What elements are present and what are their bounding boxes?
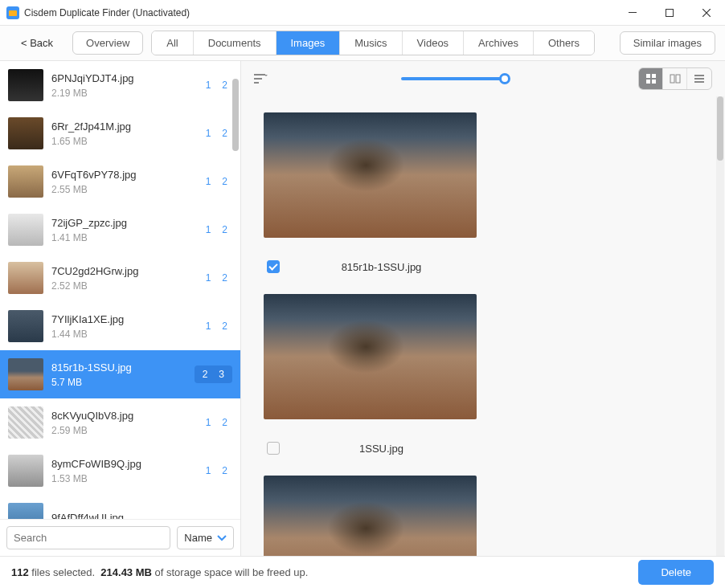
count-b: 2 xyxy=(217,463,232,478)
sort-icon[interactable] xyxy=(254,73,268,84)
count-a: 1 xyxy=(201,463,216,478)
file-name: 815r1b-1SSU.jpg xyxy=(51,361,186,374)
file-name: 8ymCFoWIB9Q.jpg xyxy=(51,458,193,470)
tab-videos[interactable]: Videos xyxy=(403,31,465,55)
preview-checkbox[interactable] xyxy=(267,260,280,273)
view-mode-group xyxy=(638,67,712,90)
file-thumbnail xyxy=(8,214,43,246)
preview-card-footer: 815r1b-1SSU.jpg xyxy=(264,260,477,273)
file-size: 1.44 MB xyxy=(51,329,193,340)
count-b: 2 xyxy=(217,271,232,285)
file-item[interactable]: 6PNJqiYDJT4.jpg2.19 MB12 xyxy=(0,61,240,109)
file-counts: 12 xyxy=(201,415,232,430)
file-size: 5.7 MB xyxy=(51,377,186,388)
file-size: 1.41 MB xyxy=(51,232,193,243)
zoom-slider[interactable] xyxy=(401,77,506,80)
view-columns-button[interactable] xyxy=(663,68,687,89)
file-size: 2.19 MB xyxy=(51,88,193,99)
file-item[interactable]: 6VFqT6vPY78.jpg2.55 MB12 xyxy=(0,157,240,206)
window-controls xyxy=(614,0,725,26)
preview-filename: 815r1b-1SSU.jpg xyxy=(289,261,473,273)
content-scrollbar[interactable] xyxy=(716,96,724,556)
file-counts: 12 xyxy=(201,174,232,189)
tab-documents[interactable]: Documents xyxy=(194,31,276,55)
file-info: 815r1b-1SSU.jpg5.7 MB xyxy=(51,361,186,388)
file-size: 1.53 MB xyxy=(51,473,193,484)
count-b: 2 xyxy=(217,415,232,430)
overview-button[interactable]: Overview xyxy=(72,31,143,55)
file-thumbnail xyxy=(8,262,43,294)
sidebar-scrollbar[interactable] xyxy=(231,61,240,519)
close-button[interactable] xyxy=(688,0,725,26)
preview-card[interactable]: abc123.jpg xyxy=(264,476,477,556)
file-thumbnail xyxy=(8,117,43,149)
preview-checkbox[interactable] xyxy=(267,442,280,455)
tab-others[interactable]: Others xyxy=(534,31,594,55)
tab-musics[interactable]: Musics xyxy=(340,31,402,55)
svg-rect-5 xyxy=(652,74,656,78)
file-info: 6Rr_2fJp41M.jpg1.65 MB xyxy=(51,120,193,147)
similar-images-button[interactable]: Similar images xyxy=(620,31,715,55)
preview-image xyxy=(264,476,477,556)
file-thumbnail xyxy=(8,455,43,487)
back-button[interactable]: < Back xyxy=(10,32,64,54)
file-size: 1.65 MB xyxy=(51,136,193,147)
file-name: 6PNJqiYDJT4.jpg xyxy=(51,72,193,84)
maximize-button[interactable] xyxy=(651,0,688,26)
file-thumbnail xyxy=(8,165,43,198)
count-a: 1 xyxy=(201,174,216,189)
window-title: Cisdem Duplicate Finder (Unactivated) xyxy=(24,7,614,18)
titlebar: Cisdem Duplicate Finder (Unactivated) xyxy=(0,0,725,26)
tab-images[interactable]: Images xyxy=(276,31,341,55)
svg-rect-1 xyxy=(9,10,17,16)
delete-button[interactable]: Delete xyxy=(638,560,714,585)
file-counts: 12 xyxy=(201,319,232,333)
file-list[interactable]: 6PNJqiYDJT4.jpg2.19 MB126Rr_2fJp41M.jpg1… xyxy=(0,61,240,519)
file-info: 6PNJqiYDJT4.jpg2.19 MB xyxy=(51,72,193,99)
file-counts: 12 xyxy=(201,78,232,92)
sidebar: 6PNJqiYDJT4.jpg2.19 MB126Rr_2fJp41M.jpg1… xyxy=(0,61,241,556)
svg-rect-3 xyxy=(666,9,674,16)
svg-rect-9 xyxy=(676,75,680,83)
file-item[interactable]: 7YIljKIa1XE.jpg1.44 MB12 xyxy=(0,302,240,350)
file-info: 7YIljKIa1XE.jpg1.44 MB xyxy=(51,313,193,340)
file-info: 9fAfDff4wUI.jpg xyxy=(51,512,224,520)
count-a: 1 xyxy=(201,78,216,92)
main: 6PNJqiYDJT4.jpg2.19 MB126Rr_2fJp41M.jpg1… xyxy=(0,61,725,556)
search-input[interactable] xyxy=(6,526,170,549)
file-name: 7CU2gd2HGrw.jpg xyxy=(51,265,193,277)
view-grid-button[interactable] xyxy=(639,68,663,89)
sort-select[interactable]: Name xyxy=(177,526,234,549)
tab-all[interactable]: All xyxy=(152,31,193,55)
file-thumbnail xyxy=(8,503,43,519)
file-item[interactable]: 72ijGP_zpzc.jpg1.41 MB12 xyxy=(0,206,240,254)
preview-toolbar xyxy=(241,61,725,96)
preview-image xyxy=(264,294,477,419)
file-name: 9fAfDff4wUI.jpg xyxy=(51,512,224,520)
file-thumbnail xyxy=(8,358,43,390)
zoom-slider-wrap xyxy=(278,77,629,80)
file-item[interactable]: 9fAfDff4wUI.jpg xyxy=(0,495,240,519)
count-b: 2 xyxy=(217,126,232,141)
svg-rect-4 xyxy=(646,74,650,78)
tab-archives[interactable]: Archives xyxy=(464,31,534,55)
file-item[interactable]: 815r1b-1SSU.jpg5.7 MB23 xyxy=(0,350,240,398)
file-counts: 12 xyxy=(201,223,232,237)
file-item[interactable]: 8ymCFoWIB9Q.jpg1.53 MB12 xyxy=(0,447,240,495)
file-item[interactable]: 7CU2gd2HGrw.jpg2.52 MB12 xyxy=(0,254,240,302)
preview-card[interactable]: 1SSU.jpg xyxy=(264,294,477,455)
preview-card[interactable]: 815r1b-1SSU.jpg xyxy=(264,112,477,273)
app-icon xyxy=(6,6,19,19)
count-a: 1 xyxy=(201,223,216,237)
view-list-button[interactable] xyxy=(687,68,711,89)
file-name: 6Rr_2fJp41M.jpg xyxy=(51,120,193,133)
count-a: 1 xyxy=(201,319,216,333)
sidebar-footer: Name xyxy=(0,519,240,556)
preview-pane: 815r1b-1SSU.jpg1SSU.jpgabc123.jpg xyxy=(241,61,725,556)
svg-rect-6 xyxy=(646,80,650,84)
toolbar: < Back Overview All Documents Images Mus… xyxy=(0,26,725,61)
file-item[interactable]: 8cKVyuQIbV8.jpg2.59 MB12 xyxy=(0,398,240,447)
file-size: 2.59 MB xyxy=(51,425,193,436)
minimize-button[interactable] xyxy=(614,0,651,26)
file-item[interactable]: 6Rr_2fJp41M.jpg1.65 MB12 xyxy=(0,109,240,157)
